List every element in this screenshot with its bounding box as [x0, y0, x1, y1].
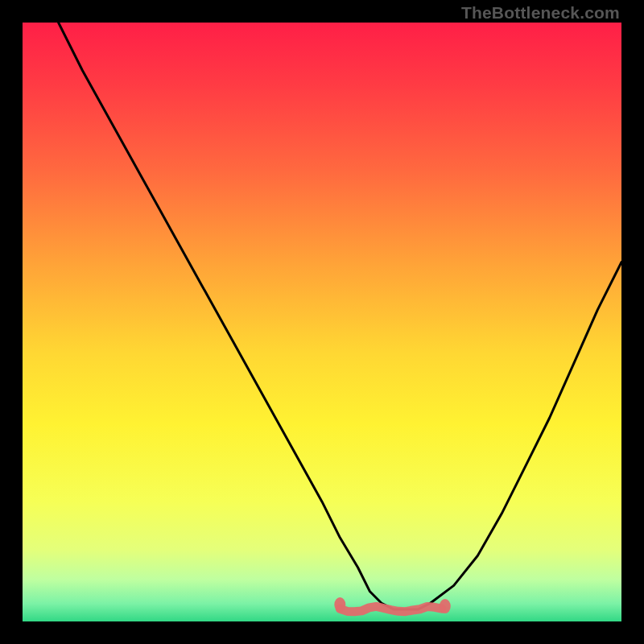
optimal-range-endcap [440, 599, 451, 613]
watermark-text: TheBottleneck.com [461, 3, 620, 23]
chart-svg [23, 23, 621, 621]
plot-area [23, 23, 621, 621]
optimal-range-endcap [334, 597, 345, 612]
optimal-range-marker [340, 606, 442, 611]
chart-frame: TheBottleneck.com [0, 0, 644, 644]
gradient-background [23, 23, 621, 621]
